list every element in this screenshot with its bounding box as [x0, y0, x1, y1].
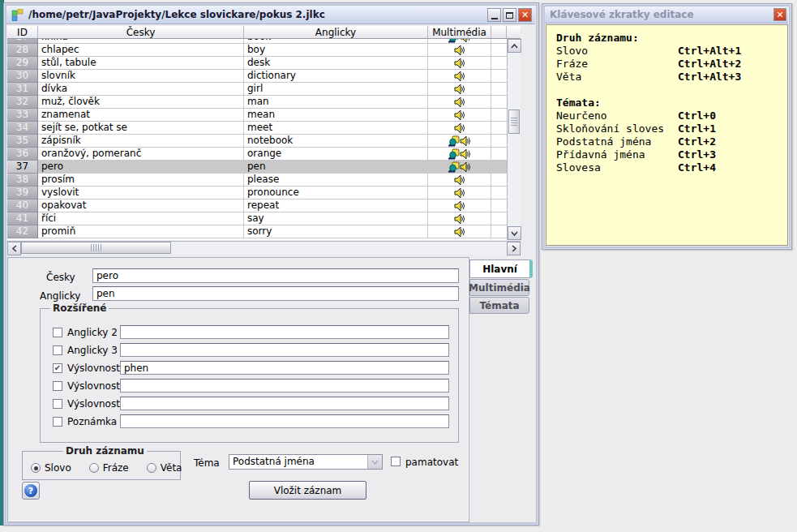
scroll-left-button[interactable] — [7, 242, 21, 255]
shortcuts-titlebar[interactable]: Klávesové zkratky editace — [545, 6, 788, 24]
maximize-icon — [506, 12, 513, 19]
cell-english: man — [244, 96, 428, 109]
cell-english: please — [244, 174, 428, 187]
vertical-scroll-thumb[interactable] — [508, 109, 520, 134]
vertical-scroll-track[interactable] — [508, 53, 521, 226]
close-button[interactable]: ✕ — [518, 8, 532, 22]
scroll-down-button[interactable] — [508, 226, 521, 240]
main-titlebar[interactable]: /home/petr/JavaProjekty/Lekce slovickare… — [6, 6, 535, 24]
field-input[interactable] — [120, 397, 449, 410]
cell-czech: pero — [38, 161, 244, 174]
record-type-group: Druh záznamu Slovo Fráze Věta — [22, 451, 181, 480]
theme-combobox[interactable]: Podstatná jména — [229, 454, 383, 470]
cell-english: girl — [244, 83, 428, 96]
image-clip-icon — [448, 39, 460, 43]
record-type-option[interactable]: Fráze — [89, 462, 129, 474]
field-checkbox[interactable]: ✔ — [53, 363, 62, 373]
record-type-option[interactable]: Věta — [147, 462, 182, 474]
shortcuts-close-button[interactable]: ✕ — [773, 8, 786, 21]
table-row[interactable]: 32 muž, člověk man — [7, 96, 507, 109]
cell-czech: dívka — [38, 83, 244, 96]
table-row[interactable]: 28 chlapec boy — [7, 44, 507, 57]
chevron-left-icon — [12, 245, 17, 252]
scroll-right-button[interactable] — [507, 242, 521, 255]
horizontal-scrollbar[interactable] — [7, 241, 521, 255]
cell-czech: znamenat — [38, 109, 244, 122]
cell-czech: zápisník — [38, 135, 244, 148]
field-checkbox[interactable] — [53, 399, 62, 409]
column-header-extra[interactable] — [491, 26, 507, 38]
cell-id: 35 — [7, 135, 38, 148]
horizontal-scroll-track[interactable] — [21, 242, 507, 255]
shortcut-row: VětaCtrl+Alt+3 — [556, 71, 778, 84]
table-row[interactable]: 42 promiň sorry — [7, 225, 507, 238]
shortcut-section-title: Témata: — [556, 97, 778, 109]
maximize-button[interactable] — [503, 8, 516, 22]
table-row[interactable]: 38 prosím please — [7, 174, 507, 187]
remember-checkbox[interactable] — [391, 457, 401, 466]
remember-label: pamatovat — [405, 457, 458, 468]
table-row[interactable]: 29 stůl, tabule desk — [7, 57, 507, 70]
vertical-scrollbar[interactable] — [507, 39, 521, 240]
column-header-id[interactable]: ID — [7, 26, 38, 38]
record-type-option[interactable]: Slovo — [31, 462, 71, 474]
table-row[interactable]: 41 říci say — [7, 212, 507, 225]
combo-arrow-button[interactable] — [367, 455, 382, 469]
cell-english: pronounce — [244, 187, 428, 200]
speaker-icon — [454, 174, 465, 186]
field-label: Výslovnost — [67, 363, 120, 374]
column-header-english[interactable]: Anglicky — [244, 26, 428, 38]
table-row[interactable]: 39 vyslovit pronounce — [7, 187, 507, 200]
cell-id: 34 — [7, 122, 38, 135]
theme-label: Téma — [194, 457, 220, 469]
field-checkbox[interactable] — [53, 345, 62, 355]
cell-czech: opakovat — [38, 200, 244, 212]
field-checkbox[interactable] — [53, 417, 62, 427]
field-input[interactable] — [120, 361, 449, 375]
cell-multimedia — [428, 109, 491, 122]
table-row[interactable]: 37 pero pen — [7, 161, 507, 174]
cell-multimedia — [428, 96, 491, 109]
table-row[interactable]: 34 sejít se, potkat se meet — [7, 122, 507, 135]
column-header-czech[interactable]: Česky — [38, 26, 244, 38]
cell-czech: slovník — [38, 70, 244, 83]
czech-input[interactable] — [92, 268, 459, 283]
field-input[interactable] — [120, 325, 449, 339]
field-input[interactable] — [120, 414, 449, 428]
help-button[interactable]: ? — [22, 482, 40, 500]
column-header-multimedia[interactable]: Multimédia — [428, 26, 491, 38]
cell-english: dictionary — [244, 70, 428, 83]
field-input[interactable] — [120, 343, 449, 357]
tab-multimedia[interactable]: Multimédia — [469, 279, 529, 296]
extended-group: Rozšířené Anglicky 2 Anglicky 3 ✔ Výslov… — [40, 308, 459, 443]
table-row[interactable]: 31 dívka girl — [7, 83, 507, 96]
insert-record-button[interactable]: Vložit záznam — [249, 481, 366, 500]
table-row[interactable]: 36 oranžový, pomeranč orange — [7, 148, 507, 161]
field-checkbox[interactable] — [53, 328, 62, 337]
horizontal-scroll-thumb[interactable] — [21, 242, 171, 254]
shortcut-row: FrázeCtrl+Alt+2 — [556, 58, 778, 71]
tab-temata[interactable]: Témata — [469, 297, 529, 314]
table-row[interactable]: 40 opakovat repeat — [7, 200, 507, 212]
shortcut-section-title: Druh záznamu: — [556, 32, 778, 45]
field-checkbox[interactable] — [53, 381, 62, 391]
table-body: 27 kniha book 28 chlapec boy 29 stůl, ta… — [7, 39, 507, 238]
cell-extra — [491, 161, 507, 174]
english-input[interactable] — [92, 286, 459, 301]
cell-multimedia — [428, 70, 491, 83]
speaker-icon — [454, 84, 465, 95]
scroll-up-button[interactable] — [508, 39, 521, 53]
image-clip-icon — [448, 148, 460, 160]
cell-id: 30 — [7, 70, 38, 83]
radio-icon — [89, 463, 99, 473]
tab-hlavni[interactable]: Hlavní — [469, 260, 533, 278]
speaker-icon — [454, 97, 465, 108]
table-row[interactable]: 33 znamenat mean — [7, 109, 507, 122]
minimize-button[interactable] — [487, 8, 501, 22]
theme-value: Podstatná jména — [229, 455, 367, 469]
close-icon: ✕ — [776, 11, 783, 19]
cell-extra — [491, 135, 507, 148]
table-row[interactable]: 35 zápisník notebook — [7, 135, 507, 148]
table-row[interactable]: 30 slovník dictionary — [7, 70, 507, 83]
field-input[interactable] — [120, 379, 449, 393]
